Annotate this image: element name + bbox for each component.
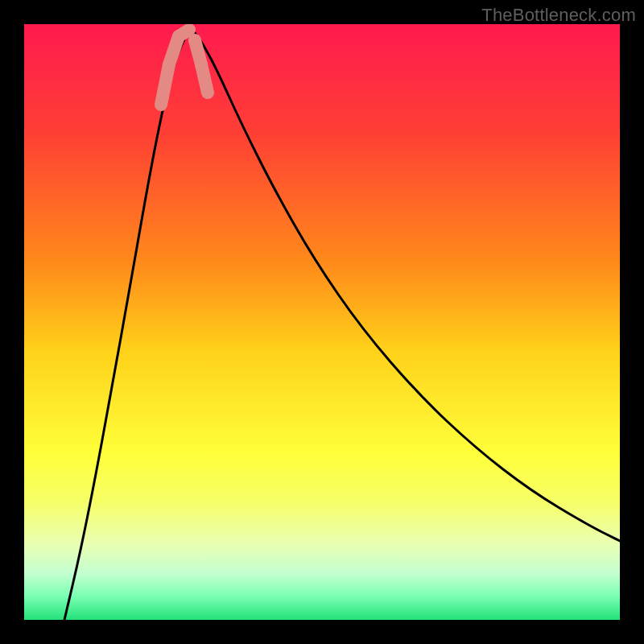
watermark-text: TheBottleneck.com <box>481 5 636 26</box>
left-marker-cluster <box>179 30 189 36</box>
chart-frame: TheBottleneck.com <box>0 0 644 644</box>
chart-svg <box>24 24 620 620</box>
plot-area <box>24 24 620 620</box>
right-marker-cluster <box>201 64 208 93</box>
chart-background <box>24 24 620 620</box>
